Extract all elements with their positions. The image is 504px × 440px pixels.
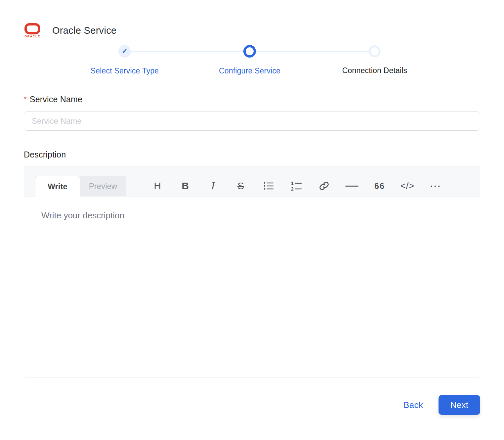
page-header: ORACLE Oracle Service	[24, 23, 480, 38]
service-name-label-text: Service Name	[30, 95, 82, 104]
page-title: Oracle Service	[52, 25, 116, 36]
more-icon[interactable]: •••	[425, 176, 445, 196]
service-name-label: *Service Name	[24, 95, 480, 104]
step-label[interactable]: Select Service Type	[91, 66, 159, 75]
required-asterisk: *	[24, 95, 27, 103]
check-icon: ✓	[122, 48, 128, 55]
editor-toolbar: H B I S	[147, 176, 445, 196]
oracle-logo-icon: ORACLE	[24, 23, 41, 38]
tab-write[interactable]: Write	[35, 176, 80, 197]
quote-icon[interactable]: 66	[370, 176, 390, 196]
oracle-logo-text: ORACLE	[24, 35, 40, 38]
step-active-circle[interactable]	[243, 45, 256, 58]
link-icon[interactable]	[314, 176, 334, 196]
step-upcoming-circle[interactable]	[369, 45, 381, 57]
description-editor: Write Preview H B I S	[24, 166, 480, 377]
description-label: Description	[24, 150, 480, 159]
wizard-footer: Back Next	[24, 395, 480, 415]
service-name-input[interactable]	[24, 111, 480, 131]
editor-content-area	[24, 197, 480, 377]
italic-icon[interactable]: I	[203, 176, 223, 196]
next-button[interactable]: Next	[439, 395, 480, 415]
horizontal-rule-icon[interactable]	[342, 176, 362, 196]
back-button[interactable]: Back	[403, 400, 423, 410]
step-connection-details[interactable]: Connection Details	[342, 45, 407, 75]
description-textarea[interactable]	[24, 197, 480, 377]
svg-text:1: 1	[291, 181, 294, 186]
step-completed-circle[interactable]: ✓	[118, 45, 131, 58]
step-configure-service[interactable]: Configure Service	[219, 45, 280, 75]
step-select-service-type[interactable]: ✓ Select Service Type	[91, 45, 159, 75]
strikethrough-icon[interactable]: S	[231, 176, 251, 196]
code-icon[interactable]: </>	[398, 176, 417, 196]
step-label[interactable]: Configure Service	[219, 66, 280, 75]
oracle-service-wizard: ORACLE Oracle Service ✓ Select Service T…	[0, 0, 504, 440]
heading-icon[interactable]: H	[147, 176, 167, 196]
wizard-stepper: ✓ Select Service Type Configure Service …	[24, 45, 480, 78]
bullet-list-icon[interactable]	[259, 176, 278, 196]
step-label[interactable]: Connection Details	[342, 66, 407, 75]
numbered-list-icon[interactable]: 1 2	[286, 176, 306, 196]
oracle-ring-icon	[24, 23, 40, 34]
bold-icon[interactable]: B	[175, 176, 195, 196]
tab-preview[interactable]: Preview	[80, 176, 126, 196]
svg-text:2: 2	[291, 186, 294, 192]
editor-header: Write Preview H B I S	[24, 166, 480, 197]
